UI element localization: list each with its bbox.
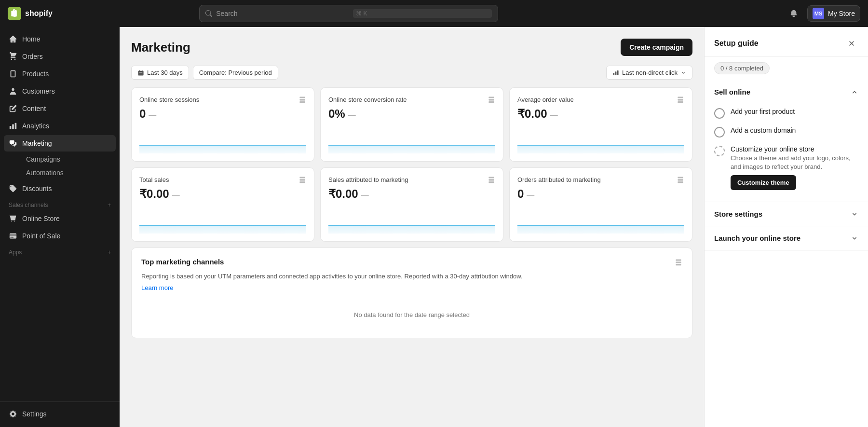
metric-avg-order-label: Average order value [517, 96, 574, 103]
customize-store-title: Customize your online store [731, 145, 858, 153]
metric-total-sales-icon[interactable] [298, 176, 306, 183]
metric-sales-marketing-icon[interactable] [488, 176, 495, 183]
setup-guide-title: Setup guide [714, 39, 759, 48]
metric-conversion-chart [328, 124, 495, 153]
sidebar-item-home-label: Home [22, 35, 40, 43]
search-kbd: ⌘ K [353, 9, 492, 18]
metric-conversion-dash: — [348, 111, 356, 120]
channels-export-icon[interactable] [675, 258, 682, 266]
sidebar-item-automations[interactable]: Automations [21, 166, 116, 179]
sidebar-item-settings[interactable]: Settings [4, 406, 116, 422]
store-avatar: MS [813, 8, 824, 19]
chart-icon [612, 69, 619, 76]
main-content: Marketing Create campaign Last 30 days C… [120, 27, 704, 427]
metric-avg-order-chart [517, 124, 684, 153]
apps-label: Apps [9, 249, 22, 256]
discounts-icon [9, 184, 17, 193]
sidebar-item-discounts-label: Discounts [22, 185, 52, 193]
channels-learn-more-link[interactable]: Learn more [141, 284, 173, 291]
setup-item-add-product: Add your first product [714, 104, 858, 123]
create-campaign-button[interactable]: Create campaign [621, 39, 692, 56]
apps-section: Apps + [4, 245, 116, 258]
sidebar-item-products[interactable]: Products [4, 66, 116, 82]
shopify-logo[interactable]: shopify [8, 7, 53, 20]
metric-sales-marketing-label: Sales attributed to marketing [328, 176, 408, 183]
sidebar-item-point-of-sale[interactable]: Point of Sale [4, 228, 116, 244]
date-range-filter[interactable]: Last 30 days [131, 66, 189, 80]
notifications-button[interactable] [786, 6, 801, 21]
metric-conversion-value: 0% [328, 107, 345, 121]
topnav-right: MS My Store [786, 5, 860, 22]
compare-filter[interactable]: Compare: Previous period [193, 66, 278, 80]
setup-guide-close-button[interactable] [845, 37, 858, 50]
sidebar-item-content[interactable]: Content [4, 100, 116, 117]
marketing-submenu: Campaigns Automations [4, 152, 116, 179]
store-switcher[interactable]: MS My Store [807, 5, 860, 22]
sidebar: Home Orders Products Customers [0, 27, 120, 427]
sidebar-item-analytics[interactable]: Analytics [4, 118, 116, 134]
setup-section-store-settings-header[interactable]: Store settings [705, 202, 868, 226]
search-bar[interactable]: Search ⌘ K [199, 5, 498, 22]
metric-sessions-chart [139, 124, 306, 153]
setup-item-add-domain: Add a custom domain [714, 123, 858, 141]
sidebar-item-orders[interactable]: Orders [4, 48, 116, 65]
sidebar-item-customers[interactable]: Customers [4, 83, 116, 99]
metric-sessions-label: Online store sessions [139, 96, 199, 103]
metric-card-conversion: Online store conversion rate 0% — [320, 87, 503, 162]
page-header: Marketing Create campaign [131, 39, 692, 56]
search-placeholder: Search [216, 10, 349, 17]
metrics-row-1: Online store sessions 0 — Online store [131, 87, 692, 162]
metric-sessions-dash: — [149, 111, 156, 120]
metric-card-avg-order: Average order value ₹0.00 — [509, 87, 692, 162]
metric-sessions-icon[interactable] [298, 96, 306, 103]
sidebar-item-campaigns[interactable]: Campaigns [21, 152, 116, 166]
setup-items-sell-online: Add your first product Add a custom doma… [705, 104, 868, 202]
sidebar-bottom: Settings [0, 401, 120, 427]
setup-progress-badge: 0 / 8 completed [705, 56, 868, 80]
metric-orders-marketing-icon[interactable] [677, 176, 684, 183]
add-apps-button[interactable]: + [108, 249, 111, 256]
customize-store-circle [714, 146, 725, 156]
page-title: Marketing [131, 40, 190, 55]
sidebar-item-online-store[interactable]: Online Store [4, 210, 116, 227]
sidebar-item-analytics-label: Analytics [22, 122, 49, 130]
date-range-label: Last 30 days [147, 69, 183, 76]
chevron-up-icon [851, 88, 858, 96]
marketing-icon [9, 139, 17, 148]
metric-sales-marketing-chart [328, 205, 495, 234]
sidebar-item-discounts[interactable]: Discounts [4, 180, 116, 197]
channels-title: Top marketing channels [141, 258, 224, 266]
sidebar-item-content-label: Content [22, 105, 46, 112]
metric-card-total-sales: Total sales ₹0.00 — [131, 167, 314, 242]
sidebar-item-customers-label: Customers [22, 87, 55, 95]
sidebar-item-settings-label: Settings [22, 410, 47, 418]
customize-theme-button[interactable]: Customize theme [731, 175, 796, 190]
sidebar-item-home[interactable]: Home [4, 31, 116, 47]
metric-sales-marketing-dash: — [361, 191, 369, 200]
attribution-label: Last non-direct click [622, 69, 678, 76]
setup-section-launch-store-header[interactable]: Launch your online store [705, 226, 868, 250]
orders-icon [9, 52, 17, 61]
store-name: My Store [828, 10, 855, 17]
customize-store-desc: Choose a theme and add your logo, colors… [731, 154, 858, 171]
home-icon [9, 35, 17, 43]
setup-section-sell-online-header[interactable]: Sell online [705, 80, 868, 104]
settings-icon [9, 410, 17, 418]
attribution-filter[interactable]: Last non-direct click [606, 66, 692, 80]
products-icon [9, 69, 17, 78]
metric-orders-marketing-dash: — [527, 191, 534, 200]
metric-avg-order-icon[interactable] [677, 96, 684, 103]
metric-sales-marketing-value: ₹0.00 [328, 187, 358, 201]
search-icon [205, 10, 212, 17]
metric-card-sessions: Online store sessions 0 — [131, 87, 314, 162]
metric-total-sales-label: Total sales [139, 176, 169, 183]
channels-card: Top marketing channels Reporting is base… [131, 248, 692, 338]
setup-section-launch-store: Launch your online store [705, 226, 868, 250]
add-sales-channel-button[interactable]: + [108, 202, 111, 208]
metric-conversion-icon[interactable] [488, 96, 495, 103]
metric-total-sales-dash: — [172, 191, 180, 200]
setup-section-sell-online: Sell online Add your first product [705, 80, 868, 202]
setup-section-sell-online-label: Sell online [714, 88, 750, 96]
sidebar-item-marketing[interactable]: Marketing [4, 135, 116, 152]
metric-card-sales-marketing: Sales attributed to marketing ₹0.00 — [320, 167, 503, 242]
